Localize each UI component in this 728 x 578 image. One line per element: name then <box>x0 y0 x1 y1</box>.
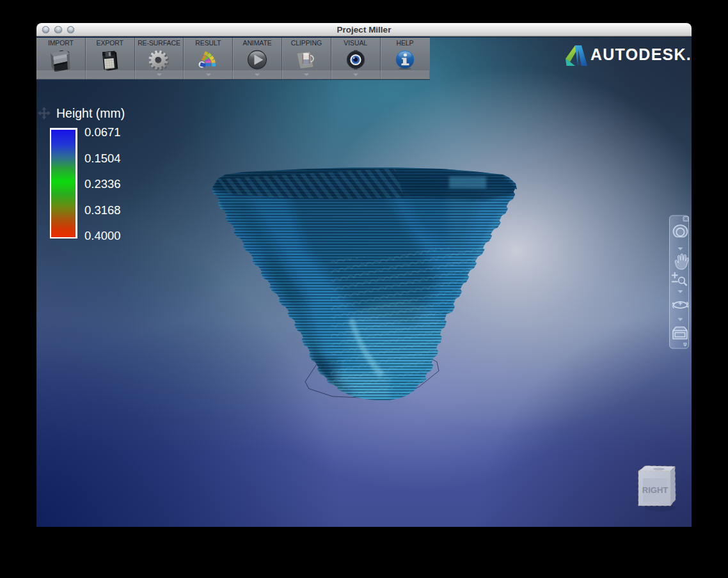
svg-text:RIGHT: RIGHT <box>642 485 669 495</box>
